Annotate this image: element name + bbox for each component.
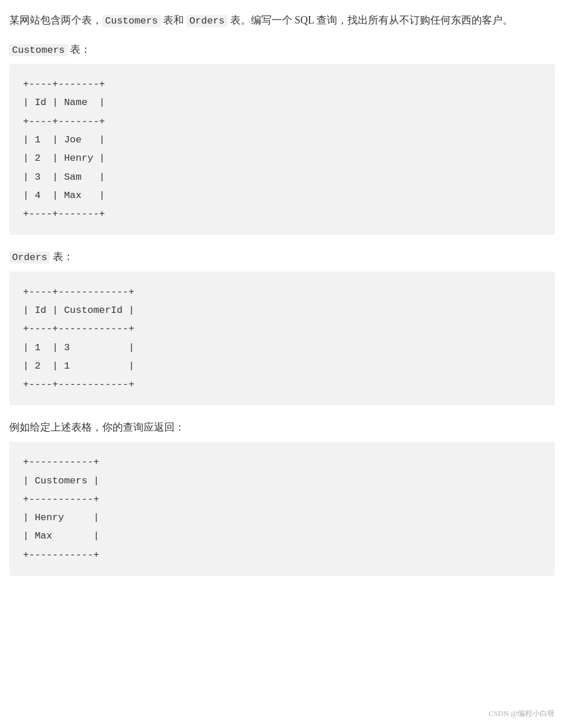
customers-label-code: Customers bbox=[9, 44, 68, 56]
result-table-block: +-----------+ | Customers | +-----------… bbox=[9, 442, 555, 576]
watermark: CSDN @编程小白呀 bbox=[489, 708, 555, 720]
customers-label-after: 表： bbox=[68, 44, 91, 55]
intro-customers-code: Customers bbox=[102, 15, 161, 27]
intro-text-middle: 表和 bbox=[161, 14, 187, 26]
orders-table-label: Orders 表： bbox=[9, 249, 555, 265]
orders-label-code: Orders bbox=[9, 251, 50, 264]
example-label: 例如给定上述表格，你的查询应返回： bbox=[9, 419, 555, 436]
intro-orders-code: Orders bbox=[187, 15, 227, 27]
orders-table-block: +----+------------+ | Id | CustomerId | … bbox=[9, 272, 555, 406]
customers-table-label: Customers 表： bbox=[9, 41, 555, 58]
customers-table-block: +----+-------+ | Id | Name | +----+-----… bbox=[9, 64, 555, 235]
intro-text-before: 某网站包含两个表， bbox=[9, 14, 102, 26]
intro-text-after: 表。编写一个 SQL 查询，找出所有从不订购任何东西的客户。 bbox=[227, 14, 513, 26]
intro-paragraph: 某网站包含两个表，Customers 表和 Orders 表。编写一个 SQL … bbox=[9, 11, 555, 30]
orders-label-after: 表： bbox=[50, 251, 74, 262]
